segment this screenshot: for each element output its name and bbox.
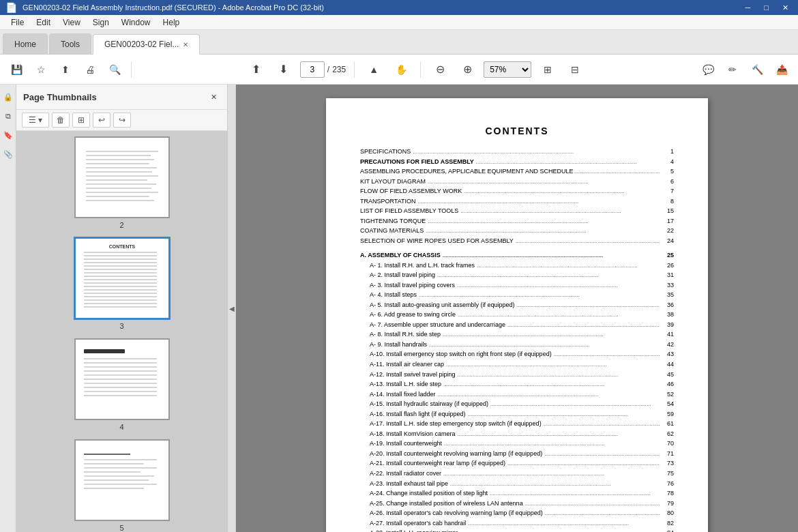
cursor-tool-button[interactable]: ▲: [363, 59, 385, 80]
bookmark-button[interactable]: ☆: [30, 59, 52, 80]
thumbnail-2[interactable]: 2: [22, 136, 222, 229]
menu-file[interactable]: File: [5, 16, 29, 29]
menu-view[interactable]: View: [57, 16, 86, 29]
panel-close-button[interactable]: ✕: [207, 90, 220, 104]
toc-text: A-28. Install L.H. rearview mirror: [360, 529, 458, 532]
toc-entry: A-21. Install counterweight rear lamp (i…: [360, 459, 674, 468]
toc-page-num: 22: [662, 226, 674, 235]
menu-help[interactable]: Help: [158, 16, 186, 29]
share-button[interactable]: 📤: [771, 59, 793, 80]
panel-header: Page Thumbnails ✕: [16, 85, 227, 110]
thumbnail-4[interactable]: 4: [22, 338, 222, 431]
toc-entry: A-23. Install exhaust tail pipe.........…: [360, 479, 674, 488]
zoom-select[interactable]: 57% 75% 100% 125% 150%: [484, 61, 531, 78]
toc-dots: ........................................…: [460, 529, 660, 532]
tab-close-button[interactable]: ✕: [183, 41, 188, 48]
fit-page-button[interactable]: ⊞: [537, 59, 559, 80]
minimize-button[interactable]: ─: [741, 3, 755, 12]
page-navigation: 3 / 235: [300, 61, 346, 78]
toc-entry: TRANSPORTATION..........................…: [360, 197, 674, 206]
menu-edit[interactable]: Edit: [31, 16, 56, 29]
print-button[interactable]: 🖨: [79, 59, 101, 80]
maximize-button[interactable]: □: [760, 3, 773, 12]
toc-text: A-22. Install radiator cover: [360, 469, 441, 478]
toc-page-num: 70: [662, 439, 674, 448]
thumbnail-3[interactable]: CONTENTS: [22, 237, 222, 330]
tab-home-label: Home: [14, 40, 36, 49]
panel-menu-button[interactable]: ☰ ▾: [22, 113, 49, 128]
highlight-button[interactable]: ✏: [722, 59, 743, 80]
toc-dots: ........................................…: [457, 282, 660, 290]
toc-entry: FLOW OF FIELD ASSEMBLY WORK.............…: [360, 187, 674, 196]
toc-dots: ........................................…: [443, 331, 660, 339]
page-separator: /: [327, 65, 329, 74]
toc-entry: SELECTION OF WIRE ROPES USED FOR ASSEMBL…: [360, 237, 674, 246]
toc-text: A-10. Install emergency stop switch on r…: [360, 350, 552, 359]
toc-dots: ........................................…: [458, 311, 660, 319]
tab-document[interactable]: GEN00203-02 Fiel... ✕: [93, 34, 200, 55]
toc-page-num: 62: [662, 430, 674, 439]
toc-dots: ........................................…: [490, 400, 660, 409]
panel-undo-button[interactable]: ↩: [93, 113, 110, 128]
layers-icon[interactable]: ⧉: [1, 109, 15, 123]
panel-delete-button[interactable]: 🗑: [52, 113, 70, 128]
toc-page-num: 43: [662, 350, 674, 359]
prev-page-button[interactable]: ⬆: [246, 59, 267, 80]
toc-text: A-24. Change installed position of step …: [360, 489, 488, 498]
lock-icon[interactable]: 🔒: [1, 90, 15, 104]
toc-dots: ........................................…: [443, 252, 660, 260]
toc-entry: SPECIFICATIONS..........................…: [360, 147, 674, 156]
bookmark-panel-icon[interactable]: 🔖: [1, 128, 15, 142]
toc-entry: A- 7. Assemble upper structure and under…: [360, 321, 674, 329]
thumbnail-area[interactable]: 2 CONTENTS: [16, 131, 227, 532]
toc-page-num: 24: [662, 237, 674, 246]
thumbnail-5[interactable]: 5: [22, 439, 222, 532]
toc-entry: A. ASSEMBLY OF CHASSIS..................…: [360, 251, 674, 260]
attachment-icon[interactable]: 📎: [1, 147, 15, 161]
toc-dots: ........................................…: [544, 420, 660, 428]
toc-text: TRANSPORTATION: [360, 197, 416, 206]
comment-button[interactable]: 💬: [697, 59, 719, 80]
toc-page-num: 79: [662, 499, 674, 508]
app-icon: 📄: [5, 2, 17, 13]
thumbnail-3-label: 3: [119, 322, 123, 330]
hand-tool-button[interactable]: ✋: [390, 59, 412, 80]
zoom-out-button[interactable]: ⊖: [429, 59, 451, 80]
page-number-input[interactable]: 3: [300, 61, 325, 78]
toc-entry: A-11. Install air cleaner cap...........…: [360, 360, 674, 369]
thumbnail-4-label: 4: [119, 423, 123, 431]
toc-page-num: 41: [662, 330, 674, 339]
next-page-button[interactable]: ⬇: [273, 59, 295, 80]
toc-entry: A- 2. Install travel piping.............…: [360, 271, 674, 280]
save-button[interactable]: 💾: [5, 59, 27, 80]
thumbnail-5-label: 5: [119, 524, 123, 532]
window-controls[interactable]: ─ □ ✕: [741, 3, 793, 12]
menu-sign[interactable]: Sign: [87, 16, 115, 29]
panel-collapse-handle[interactable]: ◀: [228, 85, 236, 532]
edit-button[interactable]: 🔨: [746, 59, 768, 80]
toc-text: A- 8. Install R.H. side step: [360, 330, 441, 339]
toc-page-num: 5: [662, 167, 674, 176]
tab-tools[interactable]: Tools: [49, 33, 91, 54]
toc-dots: ........................................…: [443, 381, 660, 389]
toc-dots: ........................................…: [476, 158, 660, 166]
toc-text: A- 5. Install auto-greasing unit assembl…: [360, 301, 515, 310]
toc-page-num: 84: [662, 529, 674, 532]
panel-redo-button[interactable]: ↪: [113, 113, 131, 128]
toc-entry: A- 5. Install auto-greasing unit assembl…: [360, 301, 674, 310]
menu-window[interactable]: Window: [116, 16, 156, 29]
toc-page-num: 15: [662, 207, 674, 216]
toc-text: A-19. Install counterweight: [360, 439, 442, 448]
zoom-in-button[interactable]: ⊕: [456, 59, 478, 80]
panel-extract-button[interactable]: ⊞: [72, 113, 90, 128]
svg-rect-0: [76, 138, 168, 217]
search-button[interactable]: 🔍: [104, 59, 125, 80]
close-button[interactable]: ✕: [778, 3, 793, 12]
pdf-viewer[interactable]: CONTENTS SPECIFICATIONS.................…: [236, 85, 798, 532]
toc-entry: A-24. Change installed position of step …: [360, 489, 674, 498]
fit-width-button[interactable]: ⊟: [564, 59, 586, 80]
tab-home[interactable]: Home: [3, 33, 48, 54]
toolbar-right: 💬 ✏ 🔨 📤: [697, 59, 793, 80]
upload-button[interactable]: ⬆: [55, 59, 76, 80]
toc-page-num: 42: [662, 340, 674, 349]
